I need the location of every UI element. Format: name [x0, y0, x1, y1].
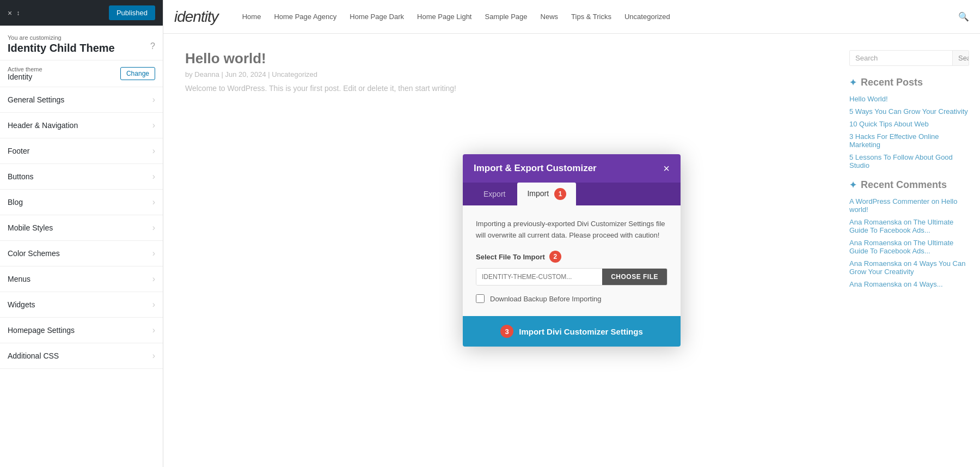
step3-badge: 3 — [500, 325, 513, 338]
nav-news[interactable]: News — [541, 13, 559, 21]
sidebar-item-color-schemes[interactable]: Color Schemes› — [0, 241, 163, 266]
main-content-area: identity Home Home Page Agency Home Page… — [163, 0, 980, 467]
backup-checkbox[interactable] — [476, 294, 485, 303]
modal-title: Import & Export Customizer — [474, 163, 597, 174]
file-input[interactable] — [476, 269, 602, 285]
nav-home[interactable]: Home — [242, 13, 261, 21]
sidebar-item-mobile-styles[interactable]: Mobile Styles› — [0, 215, 163, 241]
import-export-modal: Import & Export Customizer × Export Impo… — [463, 154, 681, 347]
sidebar-item-blog[interactable]: Blog› — [0, 190, 163, 215]
chevron-right-icon: › — [152, 223, 155, 233]
chevron-right-icon: › — [152, 120, 155, 130]
customizing-label: You are customizing — [8, 34, 155, 41]
active-theme-row: Active theme Identity Change — [0, 60, 163, 87]
published-button[interactable]: Published — [109, 5, 155, 20]
active-theme-label: Active theme — [8, 66, 42, 72]
choose-file-button[interactable]: CHOOSE FILE — [602, 269, 667, 285]
close-icon[interactable]: × — [8, 9, 12, 17]
modal-footer: 3 Import Divi Customizer Settings — [463, 316, 681, 347]
sidebar-item-menus[interactable]: Menus› — [0, 266, 163, 292]
help-icon[interactable]: ? — [150, 41, 155, 51]
sidebar-menu: General Settings›Header & Navigation›Foo… — [0, 87, 163, 467]
modal-warning-text: Importing a previously-exported Divi Cus… — [476, 219, 667, 241]
chevron-right-icon: › — [152, 248, 155, 258]
search-icon[interactable]: 🔍 — [958, 11, 969, 22]
nav-sample[interactable]: Sample Page — [485, 13, 527, 21]
sidebar-item-additional-css[interactable]: Additional CSS› — [0, 343, 163, 369]
modal-close-button[interactable]: × — [663, 163, 670, 174]
tab-import[interactable]: Import 1 — [517, 183, 576, 205]
customizing-theme: Identity Child Theme — [8, 42, 155, 54]
customizer-sidebar: × ↕ Published You are customizing Identi… — [0, 0, 163, 467]
chevron-right-icon: › — [152, 274, 155, 284]
modal-header: Import & Export Customizer × — [463, 154, 681, 183]
sidebar-item-general-settings[interactable]: General Settings› — [0, 87, 163, 113]
nav-agency[interactable]: Home Page Agency — [274, 13, 336, 21]
select-file-label: Select File To Import 2 — [476, 251, 667, 263]
arrows-icon[interactable]: ↕ — [16, 9, 20, 17]
chevron-right-icon: › — [152, 300, 155, 310]
nav-uncategorized[interactable]: Uncategorized — [624, 13, 670, 21]
modal-tabs: Export Import 1 — [463, 183, 681, 205]
sidebar-item-buttons[interactable]: Buttons› — [0, 164, 163, 190]
active-theme-name: Identity — [8, 72, 42, 81]
nav-dark[interactable]: Home Page Dark — [350, 13, 404, 21]
nav-tips[interactable]: Tips & Tricks — [571, 13, 611, 21]
change-theme-button[interactable]: Change — [120, 67, 155, 80]
sidebar-item-widgets[interactable]: Widgets› — [0, 292, 163, 318]
tab-import-badge: 1 — [554, 188, 566, 200]
import-button[interactable]: 3 Import Divi Customizer Settings — [463, 316, 681, 347]
chevron-right-icon: › — [152, 95, 155, 105]
top-nav: identity Home Home Page Agency Home Page… — [163, 0, 980, 34]
chevron-right-icon: › — [152, 325, 155, 335]
chevron-right-icon: › — [152, 146, 155, 156]
sidebar-header: × ↕ Published — [0, 0, 163, 26]
sidebar-item-footer[interactable]: Footer› — [0, 138, 163, 164]
tab-export[interactable]: Export — [474, 184, 515, 204]
file-input-row[interactable]: CHOOSE FILE — [476, 268, 667, 286]
backup-label[interactable]: Download Backup Before Importing — [490, 295, 602, 303]
modal-overlay: Import & Export Customizer × Export Impo… — [163, 34, 980, 467]
modal-body: Importing a previously-exported Divi Cus… — [463, 205, 681, 317]
import-button-label: Import Divi Customizer Settings — [519, 327, 643, 336]
backup-row: Download Backup Before Importing — [476, 294, 667, 303]
chevron-right-icon: › — [152, 197, 155, 207]
sidebar-item-homepage-settings[interactable]: Homepage Settings› — [0, 318, 163, 343]
page-content: Hello world! by Deanna | Jun 20, 2024 | … — [163, 34, 980, 467]
sidebar-item-header-&-navigation[interactable]: Header & Navigation› — [0, 113, 163, 138]
customizing-info: You are customizing Identity Child Theme… — [0, 26, 163, 60]
step2-badge: 2 — [549, 251, 561, 263]
site-logo: identity — [174, 8, 218, 26]
nav-light[interactable]: Home Page Light — [417, 13, 471, 21]
chevron-right-icon: › — [152, 172, 155, 181]
chevron-right-icon: › — [152, 351, 155, 361]
